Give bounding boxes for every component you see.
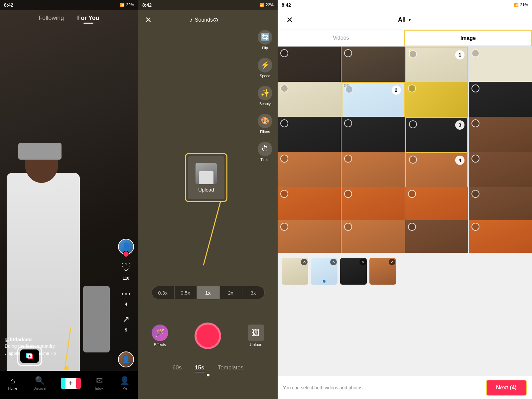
feed-time: 8:42 [4, 2, 13, 8]
cell-select-5 [280, 84, 288, 92]
tool-flip[interactable]: 🔄 Flip [258, 30, 272, 50]
cell-select-1 [280, 49, 288, 57]
tiktok-white: + [27, 354, 32, 358]
camera-wifi-icon: 📶 [259, 3, 264, 7]
effects-button[interactable]: 🪄 Effects [152, 325, 168, 347]
share-action[interactable]: ↗ 5 [119, 312, 133, 332]
tool-speed[interactable]: ⚡ Speed [258, 58, 272, 78]
camera-battery-icon: 22% [266, 3, 274, 7]
flip-label: Flip [262, 46, 268, 50]
tool-filters[interactable]: 🎨 Filters [258, 114, 272, 134]
timer-icon: ⏱ [258, 142, 272, 156]
create-button[interactable]: + [20, 349, 39, 363]
nav-create[interactable]: + [63, 378, 79, 389]
cell-badge-2: 2 [392, 85, 401, 95]
tab-image[interactable]: Image [404, 30, 532, 46]
remove-thumb-4[interactable]: ✕ [389, 259, 395, 265]
create-button-wrapper: + [17, 346, 42, 366]
tab-for-you[interactable]: For You [77, 15, 99, 22]
sounds-music-icon: ♪ [190, 17, 193, 24]
nav-home-label: Home [8, 387, 17, 390]
camera-close-button[interactable]: ✕ [145, 15, 152, 25]
gallery-cell-23[interactable] [405, 220, 468, 253]
thumbnail-content [196, 163, 217, 184]
sounds-button[interactable]: ♪ Sounds [190, 17, 213, 24]
feed-status-bar: 8:42 📶 22% [0, 0, 138, 10]
cell-select-10 [344, 119, 352, 127]
gallery-close-button[interactable]: ✕ [283, 13, 296, 27]
follow-plus-badge: + [123, 251, 129, 257]
cell-select-4 [471, 49, 479, 57]
nav-home[interactable]: ⌂ Home [8, 376, 17, 390]
timer-tabs: 60s 15s Templates [138, 364, 278, 372]
camera-time: 8:42 [142, 2, 152, 8]
tab-following[interactable]: Following [39, 15, 64, 22]
create-nav-button[interactable]: + [63, 378, 79, 389]
music-icon: ♪ [5, 351, 7, 356]
gallery-header: ✕ All ▼ [278, 10, 532, 30]
camera-status-icons: 📶 22% [259, 3, 274, 7]
next-button[interactable]: Next (4) [486, 380, 527, 396]
speed-3x[interactable]: 3x [242, 286, 265, 299]
gallery-title-area[interactable]: All ▼ [398, 16, 412, 23]
cell-select-21 [280, 223, 288, 231]
comment-action[interactable]: ⋯ 4 [119, 286, 133, 307]
remove-thumb-2[interactable]: ✕ [330, 259, 337, 265]
tool-timer[interactable]: ⏱ Timer [258, 142, 272, 162]
upload-label-bottom: Upload [250, 342, 262, 347]
camera-settings-icon[interactable]: ⊙ [213, 16, 218, 24]
upload-button-bottom[interactable]: 🖼 Upload [248, 325, 264, 347]
cell-select-6 [345, 85, 353, 93]
gallery-time: 8:42 [282, 2, 291, 8]
me-icon: 👤 [120, 376, 130, 385]
gallery-cell-24[interactable] [469, 220, 532, 253]
camera-header-spacer: ⊙ [213, 16, 226, 24]
annotation-dot-1 [64, 366, 69, 370]
gallery-battery-icon: 21% [520, 3, 528, 7]
like-action[interactable]: ♡ 110 [119, 260, 133, 281]
cell-select-23 [408, 223, 416, 231]
speed-0.5x[interactable]: 0.5x [174, 286, 197, 299]
cell-select-16 [471, 155, 479, 163]
remove-thumb-3[interactable]: ✕ [359, 259, 366, 265]
nav-me-label: Me [122, 387, 127, 390]
bottom-nav: ⌂ Home 🔍 Discover + ✉ Inbox 👤 Me [0, 371, 138, 399]
timer-indicator-dot [207, 374, 209, 376]
gallery-cell-21[interactable] [278, 220, 341, 253]
timer-templates[interactable]: Templates [218, 364, 243, 372]
feed-status-icons: 📶 22% [120, 3, 134, 7]
timer-15s[interactable]: 15s [195, 364, 204, 372]
speed-1x[interactable]: 1x [197, 286, 219, 299]
nav-me[interactable]: 👤 Me [120, 376, 130, 390]
cell-badge-1: 1 [455, 50, 465, 60]
tool-beauty[interactable]: ✨ Beauty [258, 86, 272, 106]
gallery-cell-22[interactable] [341, 220, 405, 253]
discover-icon: 🔍 [35, 376, 45, 385]
gallery-tabs: Videos Image [278, 30, 532, 47]
beauty-label: Beauty [259, 102, 271, 106]
camera-status-bar: 8:42 📶 22% [138, 0, 278, 10]
tab-videos[interactable]: Videos [278, 30, 404, 46]
remove-thumb-1[interactable]: ✕ [301, 259, 308, 265]
timer-60s[interactable]: 60s [173, 364, 182, 372]
upload-label: Upload [198, 187, 214, 193]
speed-2x[interactable]: 2x [219, 286, 242, 299]
nav-inbox[interactable]: ✉ Inbox [95, 376, 103, 390]
avatar-container[interactable]: 👤 + [118, 239, 134, 255]
selected-thumb-2: ✕ [311, 258, 337, 285]
selected-strip: ✕ ✕ ✕ ✕ [278, 253, 532, 289]
create-button-highlight: + [17, 346, 42, 366]
speed-0.3x[interactable]: 0.3x [152, 286, 174, 299]
cell-select-2 [344, 49, 352, 57]
battery-icon: 22% [126, 3, 134, 7]
gallery-status-icons: 📶 21% [514, 3, 528, 7]
selected-thumb-3: ✕ [340, 258, 367, 285]
right-actions: 👤 + ♡ 110 ⋯ 4 ↗ 5 [118, 239, 134, 332]
nav-discover[interactable]: 🔍 Discover [34, 376, 47, 390]
upload-box[interactable]: Upload [188, 156, 224, 199]
video-content [0, 123, 106, 372]
cell-select-9 [280, 119, 288, 127]
cell-select-18 [344, 190, 352, 198]
camera-annotation-line [203, 201, 221, 266]
record-button[interactable] [195, 323, 221, 349]
